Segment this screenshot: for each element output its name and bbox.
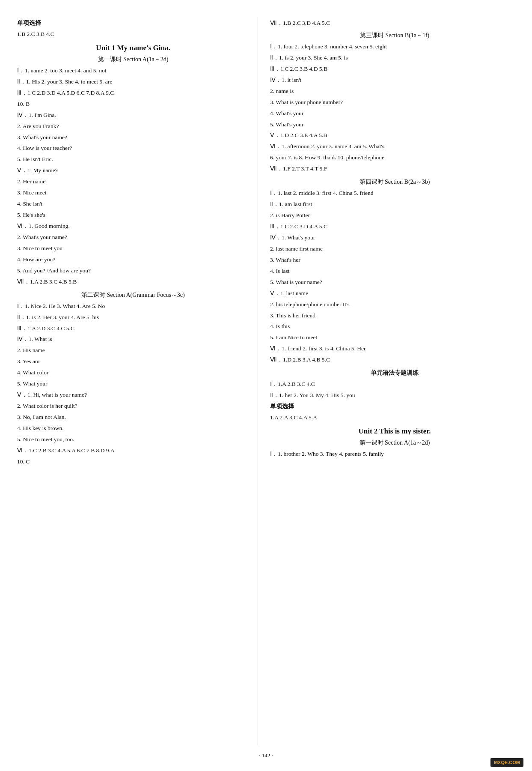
list-item: Ⅴ．1.D 2.C 3.E 4.A 5.B bbox=[270, 131, 519, 140]
list-item: 3. Nice to meet you bbox=[17, 244, 249, 254]
list-item: Ⅴ．1. My name's bbox=[17, 166, 249, 176]
top-section-header: 单项选择 bbox=[17, 18, 249, 28]
lesson3-content: Ⅰ．1. four 2. telephone 3. number 4. seve… bbox=[270, 42, 519, 174]
list-item: 3. What's her bbox=[270, 255, 519, 265]
list-item: 单项选择 bbox=[270, 402, 519, 412]
list-item: Ⅰ．1. Nice 2. He 3. What 4. Are 5. No bbox=[17, 302, 249, 311]
list-item: Ⅰ．1. last 2. middle 3. first 4. China 5.… bbox=[270, 188, 519, 198]
list-item: 2. His name bbox=[17, 346, 249, 356]
list-item: Ⅲ．1.C 2.D 3.D 4.A 5.D 6.C 7.D 8.A 9.C bbox=[17, 88, 249, 98]
list-item: Ⅴ．1. last name bbox=[270, 289, 519, 299]
list-item: 2. his telephone/phone number It's bbox=[270, 300, 519, 310]
grammar-content: Ⅰ．1.A 2.B 3.C 4.CⅡ．1. her 2. You 3. My 4… bbox=[270, 380, 519, 423]
list-item: 5. I am Nice to meet bbox=[270, 333, 519, 343]
list-item: 5. He's she's bbox=[17, 210, 249, 220]
list-item: 6. your 7. is 8. How 9. thank 10. phone/… bbox=[270, 153, 519, 163]
list-item: 2. Are you Frank? bbox=[17, 122, 249, 131]
list-item: 4. She isn't bbox=[17, 199, 249, 209]
unit2-lesson1-title: 第一课时 Section A(1a～2d) bbox=[270, 439, 519, 447]
list-item: Ⅱ．1. His 2. your 3. She 4. to meet 5. ar… bbox=[17, 77, 249, 87]
list-item: Ⅱ．1. is 2. your 3. She 4. am 5. is bbox=[270, 53, 519, 63]
list-item: Ⅰ．1. four 2. telephone 3. number 4. seve… bbox=[270, 42, 519, 52]
lesson2-title: 第二课时 Section A(Grammar Focus～3c) bbox=[17, 291, 249, 299]
list-item: 2. What's your name? bbox=[17, 233, 249, 242]
page-number: · 142 · bbox=[259, 752, 273, 759]
list-item: Ⅳ．1. it isn't bbox=[270, 75, 519, 85]
top-answers: 1.B 2.C 3.B 4.C bbox=[17, 30, 249, 39]
right-column: Ⅶ．1.B 2.C 3.D 4.A 5.C 第三课时 Section B(1a～… bbox=[258, 17, 519, 745]
list-item: 5. And you? /And how are you? bbox=[17, 266, 249, 276]
list-item: 2. is Harry Potter bbox=[270, 211, 519, 221]
unit2-lesson1-content: Ⅰ．1. brother 2. Who 3. They 4. parents 5… bbox=[270, 449, 519, 459]
list-item: 3. Nice meet bbox=[17, 188, 249, 198]
list-item: Ⅱ．1. is 2. Her 3. your 4. Are 5. his bbox=[17, 313, 249, 323]
list-item: Ⅱ．1. her 2. You 3. My 4. His 5. you bbox=[270, 391, 519, 400]
lesson1-title: 第一课时 Section A(1a～2d) bbox=[17, 56, 249, 63]
list-item: 5. What is your name? bbox=[270, 278, 519, 287]
list-item: Ⅱ．1. am last first bbox=[270, 200, 519, 209]
list-item: Ⅵ．1. Good morning. bbox=[17, 221, 249, 231]
list-item: Ⅰ．1. name 2. too 3. meet 4. and 5. not bbox=[17, 66, 249, 76]
list-item: Ⅳ．1. What is bbox=[17, 335, 249, 344]
list-item: 5. Nice to meet you, too. bbox=[17, 435, 249, 445]
list-item: Ⅳ．1. I'm Gina. bbox=[17, 111, 249, 120]
list-item: 10. C bbox=[17, 457, 249, 467]
list-item: Ⅵ．1. afternoon 2. your 3. name 4. am 5. … bbox=[270, 142, 519, 152]
lesson1-content: Ⅰ．1. name 2. too 3. meet 4. and 5. notⅡ．… bbox=[17, 66, 249, 287]
lesson4-content: Ⅰ．1. last 2. middle 3. first 4. China 5.… bbox=[270, 188, 519, 365]
list-item: Ⅲ．1.C 2.C 3.B 4.D 5.B bbox=[270, 64, 519, 74]
list-item: Ⅰ．1.A 2.B 3.C 4.C bbox=[270, 380, 519, 389]
list-item: Ⅴ．1. Hi, what is your name? bbox=[17, 390, 249, 400]
list-item: Ⅰ．1. brother 2. Who 3. They 4. parents 5… bbox=[270, 449, 519, 459]
unit2-title: Unit 2 This is my sister. bbox=[270, 427, 519, 436]
list-item: 3. What is your phone number? bbox=[270, 98, 519, 108]
list-item: 10. B bbox=[17, 99, 249, 109]
list-item: Ⅶ．1.D 2.B 3.A 4.B 5.C bbox=[270, 355, 519, 365]
watermark: MXQE.COM bbox=[490, 758, 523, 767]
list-item: 2. Her name bbox=[17, 177, 249, 187]
list-item: 3. No, I am not Alan. bbox=[17, 412, 249, 422]
grammar-title: 单元语法专题训练 bbox=[270, 369, 519, 377]
list-item: Ⅶ．1.F 2.T 3.T 4.T 5.F bbox=[270, 164, 519, 174]
list-item: 2. last name first name bbox=[270, 244, 519, 254]
lesson3-title: 第三课时 Section B(1a～1f) bbox=[270, 32, 519, 39]
list-item: Ⅳ．1. What's your bbox=[270, 233, 519, 243]
list-item: 5. He isn't Eric. bbox=[17, 155, 249, 164]
lesson2-content: Ⅰ．1. Nice 2. He 3. What 4. Are 5. NoⅡ．1.… bbox=[17, 302, 249, 467]
list-item: 4. His key is brown. bbox=[17, 424, 249, 433]
list-item: 1.A 2.A 3.C 4.A 5.A bbox=[270, 413, 519, 423]
list-item: 3. Yes am bbox=[17, 357, 249, 367]
list-item: 4. How is your teacher? bbox=[17, 143, 249, 153]
list-item: Ⅶ．1.A 2.B 3.C 4.B 5.B bbox=[17, 277, 249, 287]
list-item: 4. What color bbox=[17, 368, 249, 378]
list-item: 2. What color is her quilt? bbox=[17, 401, 249, 411]
list-item: 2. name is bbox=[270, 87, 519, 96]
right-top-answers: Ⅶ．1.B 2.C 3.D 4.A 5.C bbox=[270, 18, 519, 28]
list-item: 5. What your bbox=[17, 379, 249, 389]
list-item: 4. Is this bbox=[270, 322, 519, 332]
list-item: 3. What's your name? bbox=[17, 133, 249, 143]
list-item: Ⅵ．1.C 2.B 3.C 4.A 5.A 6.C 7.B 8.D 9.A bbox=[17, 446, 249, 456]
list-item: 4. How are you? bbox=[17, 255, 249, 265]
list-item: Ⅲ．1.A 2.D 3.C 4.C 5.C bbox=[17, 324, 249, 334]
lesson4-title: 第四课时 Section B(2a～3b) bbox=[270, 178, 519, 186]
watermark-text: MXQE.COM bbox=[494, 760, 520, 765]
list-item: 5. What's your bbox=[270, 120, 519, 130]
left-column: 单项选择 1.B 2.C 3.B 4.C Unit 1 My name's Gi… bbox=[17, 17, 258, 745]
list-item: Ⅲ．1.C 2.C 3.D 4.A 5.C bbox=[270, 222, 519, 232]
list-item: 4. What's your bbox=[270, 109, 519, 119]
list-item: 4. Is last bbox=[270, 266, 519, 276]
list-item: 3. This is her friend bbox=[270, 311, 519, 321]
list-item: Ⅵ．1. friend 2. first 3. is 4. China 5. H… bbox=[270, 344, 519, 354]
unit1-title: Unit 1 My name's Gina. bbox=[17, 44, 249, 52]
